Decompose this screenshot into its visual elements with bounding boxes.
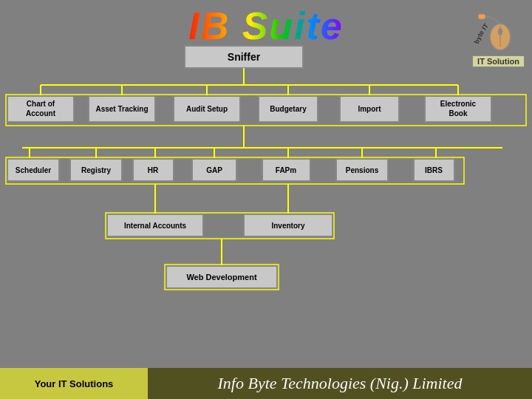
svg-text:IBRS: IBRS	[425, 166, 443, 174]
svg-text:Registry: Registry	[81, 166, 111, 174]
svg-text:FAPm: FAPm	[276, 166, 296, 174]
footer-left: Your IT Solutions	[0, 368, 148, 399]
svg-text:Chart of: Chart of	[27, 100, 55, 108]
svg-text:Scheduler: Scheduler	[16, 166, 51, 174]
diagram: Sniffer Chart of Account Asset Tracking …	[0, 0, 532, 369]
sniffer-label: Sniffer	[228, 51, 261, 63]
svg-text:Internal Accounts: Internal Accounts	[124, 222, 187, 230]
svg-text:Account: Account	[26, 109, 56, 117]
svg-text:Electronic: Electronic	[440, 100, 477, 108]
footer: Your IT Solutions Info Byte Technologies…	[0, 368, 532, 399]
svg-text:Inventory: Inventory	[271, 222, 304, 230]
svg-text:HR: HR	[148, 166, 159, 174]
svg-text:Budgetary: Budgetary	[270, 105, 307, 113]
svg-text:Web Development: Web Development	[186, 273, 256, 282]
svg-text:GAP: GAP	[206, 166, 222, 174]
svg-text:Book: Book	[449, 109, 468, 117]
svg-text:Pensions: Pensions	[346, 166, 379, 174]
svg-text:Audit Setup: Audit Setup	[186, 105, 228, 113]
footer-right-text: Info Byte Technologies (Nig.) Limited	[218, 374, 463, 393]
svg-text:Import: Import	[358, 105, 381, 113]
svg-text:Asset Tracking: Asset Tracking	[95, 105, 148, 113]
footer-right: Info Byte Technologies (Nig.) Limited	[148, 368, 532, 399]
